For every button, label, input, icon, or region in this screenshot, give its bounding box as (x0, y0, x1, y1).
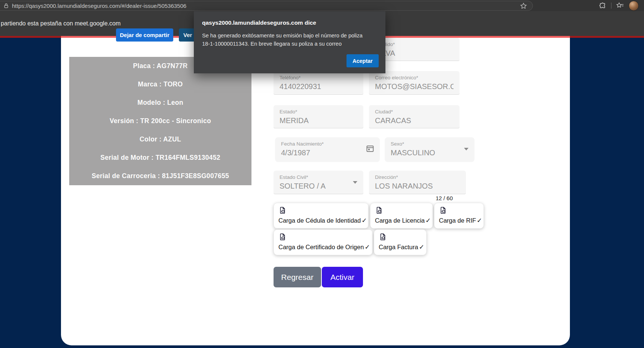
upload-label: Carga de Certificado de Origen✓ (278, 243, 370, 251)
alert-dialog-title: qasys2000.lamundialdeseguros.com dice (202, 19, 316, 26)
direccion-field[interactable]: Dirección* LOS NARANJOS (369, 171, 466, 194)
extensions-icon[interactable] (599, 2, 607, 9)
fecha-nacimiento-field[interactable]: Fecha Nacimiento* 4/3/1987 (275, 137, 380, 162)
vehicle-version: Versión : TR 200cc - Sincronico (69, 112, 251, 130)
file-upload-icon (278, 206, 287, 214)
upload-licencia-button[interactable]: Carga de Licencia✓ (370, 203, 433, 229)
alert-dialog-message-line1: Se ha generado exitósamente su emisión b… (202, 33, 363, 39)
check-icon: ✓ (361, 217, 367, 224)
upload-factura-button[interactable]: Carga Factura✓ (374, 229, 427, 255)
check-icon: ✓ (425, 217, 431, 224)
sexo-dropdown-arrow-icon (464, 148, 468, 150)
file-upload-icon (278, 233, 287, 241)
correo-label: Correo electrónico* (375, 75, 454, 80)
address-bar[interactable]: https://qasys2000.lamundialdeseguros.com… (0, 1, 533, 11)
apellido-value: SILVA (375, 49, 454, 58)
ciudad-label: Ciudad* (375, 109, 454, 115)
estado-civil-field[interactable]: Estado Civil* SOLTERO / A (274, 171, 363, 194)
estado-civil-value: SOLTERO / A (280, 182, 357, 190)
upload-cedula-button[interactable]: Carga de Cédula de Identidad✓ (274, 203, 369, 229)
vehicle-info-panel: Placa : AG7N77R Marca : TORO Modelo : Le… (69, 57, 251, 185)
profile-avatar[interactable] (629, 1, 639, 11)
alert-dialog: qasys2000.lamundialdeseguros.com dice Se… (194, 11, 385, 73)
toolbar-separator (611, 3, 611, 9)
vehicle-serial-carroceria: Serial de Carroceria : 81J51F3E8SG007655 (69, 167, 251, 185)
upload-label: Carga de Licencia✓ (375, 217, 431, 225)
upload-rif-button[interactable]: Carga de RIF✓ (434, 203, 484, 229)
telefono-label: Teléfono* (280, 75, 357, 80)
vehicle-marca: Marca : TORO (69, 75, 251, 94)
telefono-value: 4140220931 (280, 82, 357, 91)
alert-dialog-message-line2: 18-1-10000011343. En breve llegara su po… (202, 41, 342, 47)
direccion-value: LOS NARANJOS (375, 182, 460, 190)
vehicle-color: Color : AZUL (69, 130, 251, 149)
correo-value: MOTOS@SIASESOR.COI (375, 82, 454, 91)
toolbar-icon-group (599, 0, 644, 11)
estado-value: MERIDA (280, 116, 357, 125)
file-upload-icon (439, 206, 447, 214)
bookmark-star-icon[interactable] (520, 2, 527, 10)
direccion-char-counter: 12 / 60 (419, 195, 453, 201)
direccion-label: Dirección* (375, 174, 460, 180)
fecha-nacimiento-value: 4/3/1987 (281, 149, 374, 157)
ciudad-field[interactable]: Ciudad* CARACAS (369, 105, 460, 128)
file-upload-icon (375, 206, 383, 214)
lock-icon (3, 3, 9, 9)
regresar-button[interactable]: Regresar (274, 267, 321, 287)
check-icon: ✓ (419, 244, 424, 251)
estado-label: Estado* (280, 109, 357, 115)
check-icon: ✓ (364, 244, 370, 251)
upload-label: Carga Factura✓ (379, 243, 424, 251)
sexo-label: Sexo* (391, 141, 468, 147)
fecha-nacimiento-label: Fecha Nacimiento* (281, 141, 374, 147)
stop-sharing-button[interactable]: Dejar de compartir (116, 28, 173, 42)
vehicle-serial-motor: Serial de Motor : TR164FMLS9130452 (69, 149, 251, 167)
collections-star-icon[interactable] (616, 2, 624, 9)
upload-certificado-origen-button[interactable]: Carga de Certificado de Origen✓ (274, 229, 373, 255)
apellido-label: Apellido* (375, 42, 454, 47)
calendar-icon[interactable] (366, 144, 375, 153)
upload-label: Carga de Cédula de Identidad✓ (278, 217, 367, 225)
ciudad-value: CARACAS (375, 116, 454, 125)
telefono-field[interactable]: Teléfono* 4140220931 (274, 71, 363, 95)
activar-button[interactable]: Activar (322, 267, 363, 287)
sharing-message: partiendo esta pestaña con meet.google.c… (1, 11, 120, 36)
main-content-card: Placa : AG7N77R Marca : TORO Modelo : Le… (61, 38, 570, 345)
url-text: https://qasys2000.lamundialdeseguros.com… (12, 3, 186, 9)
sexo-value: MASCULINO (391, 149, 468, 157)
upload-label: Carga de RIF✓ (439, 217, 482, 225)
estado-civil-dropdown-arrow-icon (353, 181, 357, 184)
correo-field[interactable]: Correo electrónico* MOTOS@SIASESOR.COI (369, 71, 460, 95)
aceptar-button[interactable]: Aceptar (347, 54, 379, 67)
estado-civil-label: Estado Civil* (280, 174, 357, 180)
sexo-field[interactable]: Sexo* MASCULINO (385, 137, 474, 162)
check-icon: ✓ (477, 217, 482, 224)
vehicle-modelo: Modelo : Leon (69, 94, 251, 112)
browser-toolbar: https://qasys2000.lamundialdeseguros.com… (0, 0, 644, 11)
file-upload-icon (379, 233, 387, 241)
estado-field[interactable]: Estado* MERIDA (274, 105, 363, 128)
